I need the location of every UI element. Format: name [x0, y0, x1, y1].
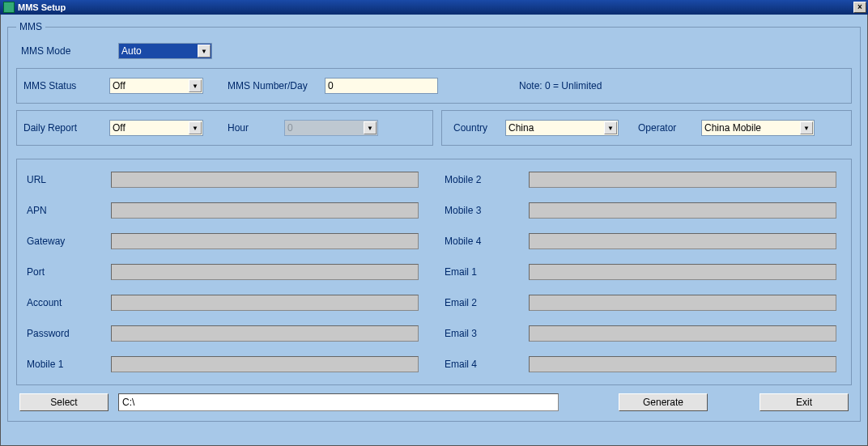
mobile4-input[interactable]	[529, 233, 836, 249]
client-area: MMS MMS Mode Auto ▼ MMS Status Off ▼	[0, 15, 868, 446]
mms-mode-select[interactable]: Auto	[118, 43, 212, 59]
close-icon[interactable]: ×	[853, 2, 866, 13]
mobile2-input[interactable]	[529, 172, 836, 188]
email3-input[interactable]	[529, 325, 836, 342]
window-title: MMS Setup	[18, 2, 66, 12]
url-label: URL	[23, 174, 111, 185]
email4-input[interactable]	[529, 356, 836, 372]
gateway-label: Gateway	[23, 236, 111, 247]
email3-label: Email 3	[441, 328, 529, 339]
hour-label: Hour	[228, 122, 284, 134]
mobile3-label: Mobile 3	[441, 205, 529, 216]
left-column: URL APN Gateway Port Account Password Mo…	[23, 164, 427, 380]
mms-status-select[interactable]: Off	[109, 78, 203, 94]
mobile4-label: Mobile 4	[441, 236, 529, 247]
email2-input[interactable]	[529, 295, 836, 311]
right-column: Mobile 2 Mobile 3 Mobile 4 Email 1 Email…	[441, 164, 845, 380]
mms-number-label: MMS Number/Day	[228, 80, 325, 91]
mms-status-label: MMS Status	[23, 80, 109, 91]
gateway-input[interactable]	[111, 233, 419, 249]
country-label: Country	[449, 122, 505, 134]
mms-status-box: MMS Status Off ▼ MMS Number/Day Note: 0 …	[16, 68, 852, 104]
groupbox-legend: MMS	[16, 21, 45, 32]
daily-report-select[interactable]: Off	[109, 120, 203, 136]
apn-label: APN	[23, 205, 111, 216]
apn-input[interactable]	[111, 202, 419, 219]
mobile2-label: Mobile 2	[441, 174, 529, 185]
daily-report-box: Daily Report Off ▼ Hour 0 ▼	[16, 110, 433, 146]
exit-button[interactable]: Exit	[760, 393, 849, 411]
select-button[interactable]: Select	[19, 393, 108, 411]
note-text: Note: 0 = Unlimited	[519, 80, 602, 91]
mobile1-label: Mobile 1	[23, 359, 111, 370]
operator-label: Operator	[638, 122, 701, 134]
country-select[interactable]: China	[505, 120, 619, 136]
operator-select[interactable]: China Mobile	[701, 120, 815, 136]
hour-select: 0	[284, 120, 378, 136]
titlebar: MMS Setup ×	[0, 0, 868, 15]
path-input[interactable]	[118, 393, 559, 411]
port-label: Port	[23, 266, 111, 278]
app-icon	[3, 2, 15, 13]
email1-label: Email 1	[441, 266, 529, 278]
port-input[interactable]	[111, 264, 419, 280]
url-input[interactable]	[111, 172, 419, 188]
email4-label: Email 4	[441, 359, 529, 370]
password-label: Password	[23, 328, 111, 339]
country-box: Country China ▼ Operator China Mobile ▼	[441, 110, 852, 146]
email2-label: Email 2	[441, 297, 529, 308]
email1-input[interactable]	[529, 264, 836, 280]
fields-box: URL APN Gateway Port Account Password Mo…	[16, 159, 852, 385]
generate-button[interactable]: Generate	[619, 393, 708, 411]
password-input[interactable]	[111, 325, 419, 342]
daily-report-label: Daily Report	[23, 122, 109, 134]
mms-groupbox: MMS MMS Mode Auto ▼ MMS Status Off ▼	[7, 21, 861, 422]
account-label: Account	[23, 297, 111, 308]
mobile3-input[interactable]	[529, 202, 836, 219]
mms-number-input[interactable]	[325, 78, 438, 94]
mobile1-input[interactable]	[111, 356, 419, 372]
mms-mode-label: MMS Mode	[21, 45, 118, 57]
account-input[interactable]	[111, 295, 419, 311]
